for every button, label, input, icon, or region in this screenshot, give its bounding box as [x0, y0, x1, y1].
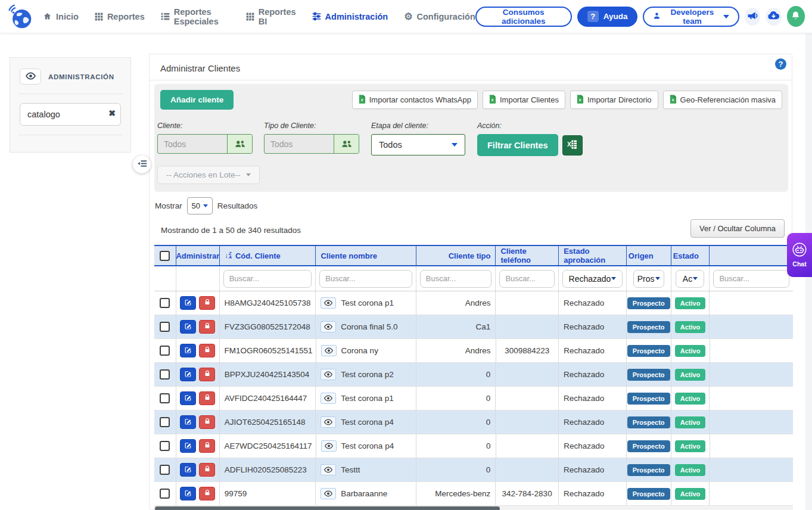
status-filter-select[interactable]: Ac	[676, 270, 704, 288]
edit-client-button[interactable]	[180, 391, 196, 405]
tipo-cliente-select[interactable]: Todos	[264, 134, 359, 154]
row-checkbox[interactable]	[160, 346, 170, 356]
edit-client-button[interactable]	[180, 439, 196, 453]
edit-client-button[interactable]	[180, 344, 196, 357]
lock-client-button[interactable]	[199, 368, 215, 381]
col-estado[interactable]: Estado	[671, 246, 710, 265]
lock-icon	[204, 298, 211, 307]
filter-accion: Acción: Filtrar Clientes X	[477, 122, 583, 156]
nav-configuracion[interactable]: ⚙ Configuración	[404, 12, 475, 21]
team-label: Developers team	[665, 8, 718, 26]
search-phone-input[interactable]	[499, 270, 555, 288]
lock-client-button[interactable]	[199, 439, 215, 453]
lock-client-button[interactable]	[199, 296, 215, 310]
sort-icon[interactable]: ↓ ZA	[225, 252, 232, 260]
col-origen[interactable]: Origen	[627, 246, 671, 265]
consumos-adicionales-button[interactable]: Consumos adicionales	[475, 7, 572, 27]
batch-actions-dropdown[interactable]: -- Acciones en Lote--	[157, 166, 260, 184]
col-estado-aprobacion[interactable]: Estado aprobación	[559, 246, 627, 265]
page-size-select[interactable]: 50	[187, 197, 213, 214]
clear-search-icon[interactable]: ✖	[108, 108, 116, 118]
home-icon	[43, 12, 52, 21]
search-code-input[interactable]	[223, 270, 312, 288]
edit-client-button[interactable]	[180, 296, 196, 310]
edit-client-button[interactable]	[180, 415, 196, 429]
view-client-icon[interactable]	[321, 416, 336, 428]
edit-client-button[interactable]	[180, 368, 196, 381]
view-client-icon[interactable]	[321, 393, 336, 404]
export-excel-button[interactable]: X	[562, 135, 583, 156]
help-icon[interactable]: ?	[775, 58, 786, 70]
view-client-icon[interactable]	[321, 345, 337, 356]
edit-client-button[interactable]	[180, 487, 196, 500]
clients-table: Administrar ↓ ZA Cód. Cliente Cliente no…	[154, 245, 793, 510]
lock-client-button[interactable]	[199, 320, 215, 334]
lock-client-button[interactable]	[199, 463, 215, 477]
import-clients-button[interactable]: x Importar Clientes	[483, 91, 565, 109]
geo-referencing-button[interactable]: x Geo-Referenciación masiva	[663, 91, 782, 109]
table-row: H8AMGJ240425105738 Test corona p1 Andres…	[154, 291, 793, 315]
chat-widget-button[interactable]: Chat	[787, 233, 812, 277]
nav-reportes[interactable]: Reportes	[95, 12, 145, 21]
ayuda-button[interactable]: ? Ayuda	[577, 7, 638, 27]
app-logo[interactable]	[7, 3, 33, 30]
row-checkbox[interactable]	[160, 465, 170, 475]
add-client-button[interactable]: Añadir cliente	[160, 90, 234, 110]
select-all-checkbox[interactable]	[160, 251, 170, 261]
nav-label: Inicio	[56, 12, 79, 21]
import-directory-button[interactable]: x Importar Directorio	[570, 91, 658, 109]
row-checkbox[interactable]	[160, 441, 170, 451]
toggle-visibility-button[interactable]	[20, 69, 41, 85]
row-checkbox[interactable]	[160, 417, 170, 427]
lock-client-button[interactable]	[199, 415, 215, 429]
origin-filter-select[interactable]: Pros	[633, 270, 664, 288]
filter-clients-button[interactable]: Filtrar Clientes	[477, 134, 558, 156]
view-client-icon[interactable]	[321, 321, 336, 332]
nav-inicio[interactable]: Inicio	[43, 12, 79, 21]
cliente-select[interactable]: Todos	[157, 134, 253, 154]
nav-reportes-bi[interactable]: Reportes BI	[246, 7, 296, 26]
sidebar-search-input[interactable]	[20, 103, 121, 126]
lock-client-button[interactable]	[199, 487, 215, 500]
col-cod-cliente[interactable]: ↓ ZA Cód. Cliente	[220, 246, 316, 265]
approval-filter-select[interactable]: Rechazado	[562, 270, 623, 288]
origin-cell: Prospecto	[627, 315, 671, 338]
row-checkbox[interactable]	[160, 369, 170, 380]
view-client-icon[interactable]	[321, 369, 336, 380]
import-whatsapp-button[interactable]: x Importar contactos WhatsApp	[352, 91, 478, 109]
row-checkbox[interactable]	[160, 298, 170, 308]
toggle-columns-button[interactable]: Ver / Ocultar Columna	[690, 219, 785, 238]
nav-reportes-especiales[interactable]: Reportes Especiales	[161, 7, 230, 26]
col-cliente-tipo[interactable]: Cliente tipo	[416, 246, 496, 265]
edit-client-button[interactable]	[180, 463, 196, 477]
search-type-input[interactable]	[420, 270, 492, 288]
notifications-button[interactable]	[787, 6, 805, 27]
lock-client-button[interactable]	[199, 391, 215, 405]
scrollbar-thumb[interactable]	[155, 506, 500, 510]
row-checkbox[interactable]	[160, 322, 170, 332]
row-checkbox[interactable]	[160, 393, 170, 403]
view-client-icon[interactable]	[321, 464, 336, 475]
search-extra-input[interactable]	[713, 270, 789, 288]
megaphone-button[interactable]	[745, 8, 760, 26]
edit-client-button[interactable]	[180, 320, 196, 334]
cloud-download-button[interactable]	[766, 8, 781, 26]
row-checkbox[interactable]	[160, 489, 170, 499]
team-dropdown[interactable]: Developers team	[643, 7, 739, 27]
col-cliente-telefono[interactable]: Cliente teléfono	[496, 246, 559, 265]
checkbox-cell	[154, 458, 176, 481]
view-client-icon[interactable]	[321, 297, 336, 309]
horizontal-scrollbar[interactable]	[154, 505, 793, 510]
lock-client-button[interactable]	[199, 344, 215, 357]
search-name-input[interactable]	[319, 270, 412, 288]
filter-cell: Rechazado	[559, 266, 627, 291]
col-cliente-nombre[interactable]: Cliente nombre	[316, 246, 416, 265]
etapa-select[interactable]: Todos	[371, 134, 465, 156]
sidebar-collapse-button[interactable]	[133, 156, 151, 173]
nav-administracion[interactable]: Administración	[312, 12, 388, 21]
col-administrar[interactable]: Administrar	[176, 246, 220, 265]
client-phone	[496, 434, 559, 458]
main-panel: Administrar Clientes ? Añadir cliente x …	[149, 54, 792, 510]
view-client-icon[interactable]	[321, 440, 337, 452]
view-client-icon[interactable]	[321, 488, 336, 499]
